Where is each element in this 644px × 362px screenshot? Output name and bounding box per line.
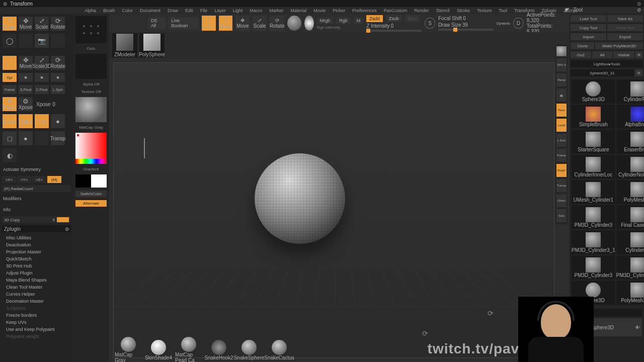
3d-copy-slider[interactable]: 3D Copy 5 <box>2 216 71 223</box>
brush-thumb[interactable]: MatCap Gray <box>115 337 142 362</box>
sym-m-button[interactable]: (M) <box>47 176 61 183</box>
frame-button[interactable]: Frame <box>2 84 17 95</box>
brush-thumb[interactable]: SkinShade4 <box>145 340 172 360</box>
switch-color-button[interactable]: SwitchColor <box>75 191 107 197</box>
move-gizmo-button[interactable]: ✥Move <box>18 55 33 70</box>
tool-item[interactable]: UMesh_Cylinder1 <box>572 180 615 204</box>
plugin-option[interactable]: Freeze borders <box>2 312 71 319</box>
axis-button[interactable]: ◉ <box>18 72 33 82</box>
secondary-color-swatch[interactable] <box>91 174 107 188</box>
draw-button[interactable]: ✎Draw <box>219 16 233 31</box>
scale-gizmo-button[interactable]: ⤢Scale3D <box>34 55 49 70</box>
ysym-button[interactable]: ▼Y.Sym <box>2 97 17 112</box>
menu-item[interactable]: Document <box>140 8 160 13</box>
plugin-item[interactable]: Clean Tool Master <box>2 284 71 291</box>
draw-mode-button[interactable]: ✎Draw <box>2 16 17 31</box>
paste-tool-button[interactable]: Paste Tool <box>607 24 643 31</box>
plugin-option[interactable]: Polypaint weight <box>2 333 71 340</box>
tool-item[interactable]: PM3D_Cylinder3 <box>572 255 615 280</box>
menu-item[interactable]: Texture <box>477 8 492 13</box>
quick-button[interactable]: Quick <box>18 114 33 129</box>
plugin-item[interactable]: Projection Master <box>2 248 71 255</box>
menu-item[interactable]: Render <box>414 8 429 13</box>
move-mode-button[interactable]: ✥Move <box>18 16 33 31</box>
viewport-canvas[interactable]: ⟳ ⟳ <box>113 62 554 358</box>
goz-r-button[interactable]: R <box>635 51 643 58</box>
ghost-button[interactable]: ◐ <box>2 148 17 163</box>
menu-item[interactable]: File <box>200 8 208 13</box>
draw-size-slider[interactable]: Draw Size 39 <box>438 22 494 31</box>
hue-slider[interactable] <box>75 159 107 164</box>
tool-button[interactable] <box>34 131 49 146</box>
tool-item[interactable]: Final Case Fan <box>616 205 644 229</box>
save-as-button[interactable]: Save As <box>607 15 643 22</box>
import-button[interactable]: Import <box>571 33 606 40</box>
menu-item[interactable]: Light <box>233 8 243 13</box>
ds-all-button[interactable]: DS All <box>148 17 166 29</box>
vp-local-button[interactable]: Local <box>556 119 567 132</box>
gradient-label[interactable]: Gradient <box>84 167 99 171</box>
tool-item[interactable]: Sphere3D <box>572 79 615 104</box>
lsym-button[interactable]: L.Sym <box>50 84 65 95</box>
alpha-thumbnail[interactable] <box>75 54 107 79</box>
sym-y-button[interactable]: >Y< <box>17 176 31 183</box>
sym-x-button[interactable]: >X< <box>2 176 16 183</box>
gizmo-button[interactable]: ⬚ <box>2 55 17 70</box>
menu-item[interactable]: Stroke <box>457 8 470 13</box>
vp-lsym-button[interactable]: L.Sym <box>556 134 567 147</box>
menu-item[interactable]: Preferences <box>352 8 377 13</box>
d-toggle-icon[interactable]: D <box>513 18 524 29</box>
material-preview[interactable] <box>287 16 301 31</box>
clone-button[interactable]: Clone <box>571 42 594 49</box>
menu-item[interactable]: Alpha <box>85 8 96 13</box>
zadd-button[interactable]: Zadd <box>366 15 383 22</box>
tool-item[interactable]: Cylinder3D <box>616 230 644 254</box>
axis-button[interactable]: ◉ <box>34 72 49 82</box>
tool-item[interactable]: PolyMesh3D <box>616 180 644 204</box>
menu-item[interactable]: Material <box>290 8 306 13</box>
tool-item[interactable]: AlphaBrush <box>616 105 644 129</box>
tool-item[interactable]: CylinderPipe <box>616 79 644 104</box>
color-picker[interactable] <box>75 133 107 164</box>
cpivot-button[interactable]: C.Pivot <box>34 84 49 95</box>
snapshot-button[interactable]: 📷 <box>34 33 49 48</box>
vp-ghost-button[interactable]: Ghost <box>556 194 567 207</box>
z-intensity-slider[interactable]: Z Intensity 0 <box>366 23 422 32</box>
shelf-item-polysphere[interactable]: PolySphere <box>139 33 165 57</box>
brush-thumb[interactable]: MatCap Pearl Ca <box>175 337 202 362</box>
tool-item[interactable]: EraserBrush <box>616 130 644 154</box>
r-button[interactable]: R <box>635 69 643 76</box>
sym-z-button[interactable]: >Z< <box>32 176 46 183</box>
color-preview-icon[interactable] <box>304 16 314 31</box>
vp-spix-button[interactable]: SPix 3 <box>556 58 567 71</box>
xpose-button[interactable]: ⚙Xpose <box>18 97 33 112</box>
tool-item[interactable]: SimpleBrush <box>572 105 615 129</box>
edit-button[interactable]: ✎Edit <box>202 16 216 31</box>
local-button[interactable]: Local <box>2 114 17 129</box>
rotate-mode-button[interactable]: ⟳Rotate <box>50 16 65 31</box>
stroke-thumbnail[interactable] <box>75 16 107 43</box>
plugin-option[interactable]: ↳Options <box>2 305 71 312</box>
brush-thumb[interactable]: SnakeSphere <box>235 340 263 360</box>
axis-button[interactable]: ◉ <box>50 72 65 82</box>
vp-floor-button[interactable]: Floor <box>556 104 567 117</box>
shelf-item-zmodeler[interactable]: ZModeler <box>112 33 137 57</box>
menu-item[interactable]: Macro <box>250 8 262 13</box>
menu-item[interactable]: PavCustom <box>384 8 408 13</box>
radial-count[interactable]: (R) RadialCount <box>2 185 71 192</box>
mrgb-button[interactable]: Mrgb <box>317 17 334 24</box>
tool-item[interactable]: PM3D_Cylinder3_1 <box>616 255 644 280</box>
zsub-button[interactable]: Zsub <box>386 15 402 22</box>
tool-item[interactable]: CylinderInnerLoc <box>572 155 615 179</box>
plugin-item[interactable]: Misc Utilities <box>2 234 71 241</box>
goz-all-button[interactable]: All <box>592 51 613 58</box>
tool-panel-dock-icon[interactable]: ⊘ <box>637 7 641 13</box>
polyf-button[interactable]: PolyF <box>34 114 49 129</box>
scale-mode-button[interactable]: ⤢Scale <box>34 16 49 31</box>
plugin-item[interactable]: Decimation Master <box>2 298 71 305</box>
goz-visible-button[interactable]: Visible <box>613 51 634 58</box>
xyz-button[interactable]: Xyz <box>2 72 17 82</box>
copy-tool-button[interactable]: Copy Tool <box>571 24 606 31</box>
menu-item[interactable]: Marker <box>269 8 283 13</box>
scale-button[interactable]: ⤢Scale <box>253 16 267 31</box>
